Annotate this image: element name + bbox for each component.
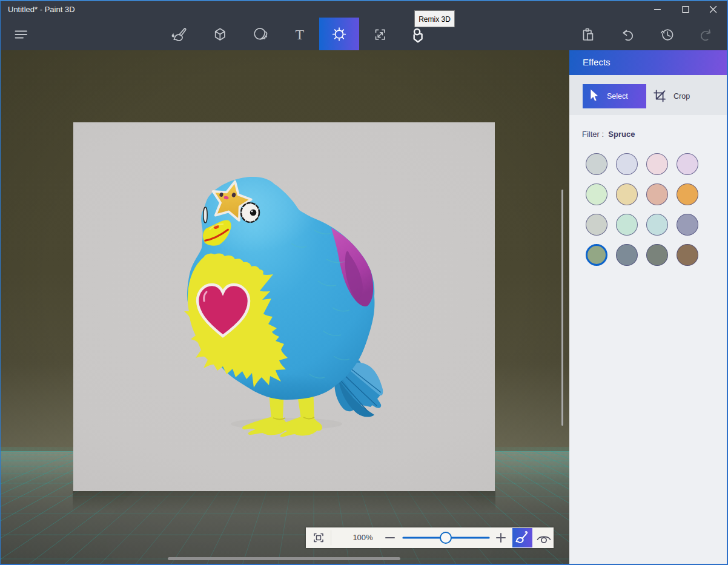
svg-text:T: T	[296, 27, 305, 42]
